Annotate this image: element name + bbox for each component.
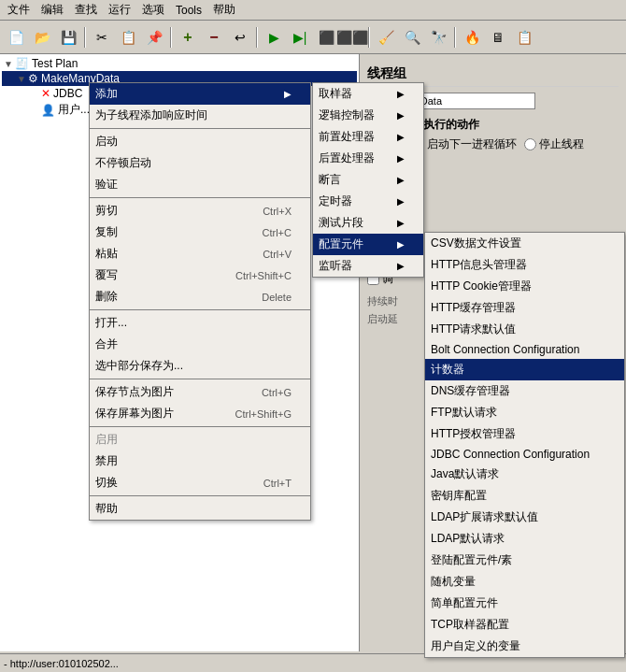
menu-options[interactable]: 选项 bbox=[136, 0, 170, 20]
sub3-http-default[interactable]: HTTP请求默认值 bbox=[425, 319, 624, 340]
flame-button[interactable]: 🔥 bbox=[460, 25, 484, 50]
open-button[interactable]: 📂 bbox=[30, 25, 54, 50]
sub3-http-auth[interactable]: HTTP授权管理器 bbox=[425, 423, 624, 445]
ctx-overwrite[interactable]: 覆写 Ctrl+Shift+C bbox=[90, 265, 310, 286]
clear-button[interactable]: 🧹 bbox=[374, 25, 398, 50]
menu-bar: 文件 编辑 查找 运行 选项 Tools 帮助 bbox=[0, 0, 626, 21]
ctx-sep6 bbox=[90, 495, 310, 496]
logic-arrow-icon: ▶ bbox=[397, 110, 405, 121]
sub3-ftp[interactable]: FTP默认请求 bbox=[425, 402, 624, 423]
sub2-listener[interactable]: 监听器 ▶ bbox=[313, 255, 423, 277]
sub2-timer[interactable]: 定时器 ▶ bbox=[313, 191, 423, 212]
ctx-sep4 bbox=[90, 379, 310, 379]
ctx-start-nopauses[interactable]: 不停顿启动 bbox=[90, 152, 310, 174]
timer-arrow-icon: ▶ bbox=[397, 196, 405, 207]
toolbar-sep5 bbox=[454, 27, 456, 48]
fragment-arrow-icon: ▶ bbox=[397, 218, 405, 228]
binoculars-button[interactable]: 🔭 bbox=[426, 25, 450, 50]
search-button[interactable]: 🔍 bbox=[400, 25, 424, 50]
config-arrow-icon: ▶ bbox=[397, 239, 405, 250]
sub3-ldap-default[interactable]: LDAP默认请求 bbox=[425, 528, 624, 550]
server-button[interactable]: 🖥 bbox=[486, 25, 510, 50]
paste-button[interactable]: 📌 bbox=[142, 25, 166, 50]
action-stop-thread[interactable]: 停止线程 bbox=[524, 136, 584, 152]
ctx-sep1 bbox=[90, 128, 310, 129]
ctx-add-ramp[interactable]: 为子线程添加响应时间 bbox=[90, 105, 310, 126]
sampler-arrow-icon: ▶ bbox=[397, 89, 405, 99]
status-text: - http://user:010102502... bbox=[4, 658, 119, 669]
ctx-copy[interactable]: 复制 Ctrl+C bbox=[90, 222, 310, 243]
toolbar-sep3 bbox=[256, 27, 258, 48]
sub3-tcp[interactable]: TCP取样器配置 bbox=[425, 614, 624, 636]
cut-button[interactable]: ✂ bbox=[90, 25, 114, 50]
ctx-sep5 bbox=[90, 426, 310, 427]
sub2-logic[interactable]: 逻辑控制器 ▶ bbox=[313, 105, 423, 126]
menu-help[interactable]: 帮助 bbox=[207, 0, 241, 20]
sub3-counter[interactable]: 计数器 bbox=[425, 359, 624, 380]
sub3-ldap-ext[interactable]: LDAP扩展请求默认值 bbox=[425, 507, 624, 528]
sub3-bolt[interactable]: Bolt Connection Configuration bbox=[425, 340, 624, 359]
play-step-button[interactable]: ▶| bbox=[288, 25, 312, 50]
plus-button[interactable]: + bbox=[176, 25, 200, 50]
new-button[interactable]: 📄 bbox=[4, 25, 28, 50]
jdbc-icon: ✕ bbox=[41, 87, 50, 100]
action-next-loop[interactable]: 启动下一进程循环 bbox=[412, 136, 517, 152]
sub3-dns[interactable]: DNS缓存管理器 bbox=[425, 380, 624, 402]
ctx-disable[interactable]: 禁用 bbox=[90, 450, 310, 472]
expand-icon2: ▼ bbox=[17, 74, 28, 84]
preproc-arrow-icon: ▶ bbox=[397, 132, 405, 142]
sub2-fragment[interactable]: 测试片段 ▶ bbox=[313, 212, 423, 234]
sub3-http-header[interactable]: HTTP信息头管理器 bbox=[425, 254, 624, 276]
play-button[interactable]: ▶ bbox=[262, 25, 286, 50]
ctx-save-node-img[interactable]: 保存节点为图片 Ctrl+G bbox=[90, 381, 310, 403]
ctx-enable: 启用 bbox=[90, 429, 310, 450]
sub2-assertion[interactable]: 断言 ▶ bbox=[313, 169, 423, 191]
sub2-postproc[interactable]: 后置处理器 ▶ bbox=[313, 148, 423, 169]
sub3-user-vars[interactable]: 用户自定义的变量 bbox=[425, 636, 624, 657]
tree-item-testplan[interactable]: ▼ 🧾 Test Plan bbox=[2, 56, 357, 71]
menu-search[interactable]: 查找 bbox=[69, 0, 103, 20]
sub3-simple-config[interactable]: 简单配置元件 bbox=[425, 593, 624, 614]
submenu-l2: 取样器 ▶ 逻辑控制器 ▶ 前置处理器 ▶ 后置处理器 ▶ 断言 ▶ 定时器 ▶… bbox=[312, 82, 424, 278]
user-icon: 👤 bbox=[41, 104, 55, 117]
ctx-merge[interactable]: 合并 bbox=[90, 334, 310, 355]
ctx-save-screen-img[interactable]: 保存屏幕为图片 Ctrl+Shift+G bbox=[90, 403, 310, 424]
sub2-preproc[interactable]: 前置处理器 ▶ bbox=[313, 126, 423, 148]
ctx-help[interactable]: 帮助 bbox=[90, 498, 310, 520]
assertion-arrow-icon: ▶ bbox=[397, 175, 405, 185]
sub3-http-cache[interactable]: HTTP缓存管理器 bbox=[425, 297, 624, 319]
toolbar-sep4 bbox=[368, 27, 370, 48]
sub3-http-cookie[interactable]: HTTP Cookie管理器 bbox=[425, 276, 624, 297]
list-button[interactable]: 📋 bbox=[512, 25, 536, 50]
ctx-save-selection[interactable]: 选中部分保存为... bbox=[90, 355, 310, 377]
sub3-csv[interactable]: CSV数据文件设置 bbox=[425, 233, 624, 254]
minus-button[interactable]: − bbox=[202, 25, 226, 50]
ctx-paste[interactable]: 粘贴 Ctrl+V bbox=[90, 243, 310, 265]
menu-edit[interactable]: 编辑 bbox=[36, 0, 69, 20]
stop-now-button[interactable]: ⬛⬛ bbox=[340, 25, 364, 50]
sub2-config[interactable]: 配置元件 ▶ bbox=[313, 234, 423, 255]
sub3-keystore[interactable]: 密钥库配置 bbox=[425, 485, 624, 507]
sub3-login[interactable]: 登陆配置元件/素 bbox=[425, 550, 624, 571]
stop-button[interactable]: ⬛ bbox=[314, 25, 338, 50]
arrow-button[interactable]: ↩ bbox=[228, 25, 252, 50]
ctx-delete[interactable]: 删除 Delete bbox=[90, 286, 310, 307]
toolbar: 📄 📂 💾 ✂ 📋 📌 + − ↩ ▶ ▶| ⬛ ⬛⬛ 🧹 🔍 🔭 🔥 🖥 📋 bbox=[0, 21, 626, 54]
add-arrow-icon: ▶ bbox=[284, 89, 292, 99]
menu-run[interactable]: 运行 bbox=[103, 0, 136, 20]
sub3-random[interactable]: 随机变量 bbox=[425, 571, 624, 593]
toolbar-sep1 bbox=[84, 27, 86, 48]
sub3-java-default[interactable]: Java默认请求 bbox=[425, 464, 624, 485]
copy-button[interactable]: 📋 bbox=[116, 25, 140, 50]
sub3-jdbc[interactable]: JDBC Connection Configuration bbox=[425, 445, 624, 464]
ctx-start[interactable]: 启动 bbox=[90, 131, 310, 152]
ctx-open[interactable]: 打开... bbox=[90, 312, 310, 334]
ctx-toggle[interactable]: 切换 Ctrl+T bbox=[90, 472, 310, 493]
sub2-sampler[interactable]: 取样器 ▶ bbox=[313, 83, 423, 105]
save-button[interactable]: 💾 bbox=[56, 25, 80, 50]
ctx-add[interactable]: 添加 ▶ bbox=[90, 83, 310, 105]
ctx-cut[interactable]: 剪切 Ctrl+X bbox=[90, 200, 310, 222]
menu-file[interactable]: 文件 bbox=[2, 0, 36, 20]
ctx-validate[interactable]: 验证 bbox=[90, 174, 310, 195]
menu-tools[interactable]: Tools bbox=[170, 2, 207, 19]
